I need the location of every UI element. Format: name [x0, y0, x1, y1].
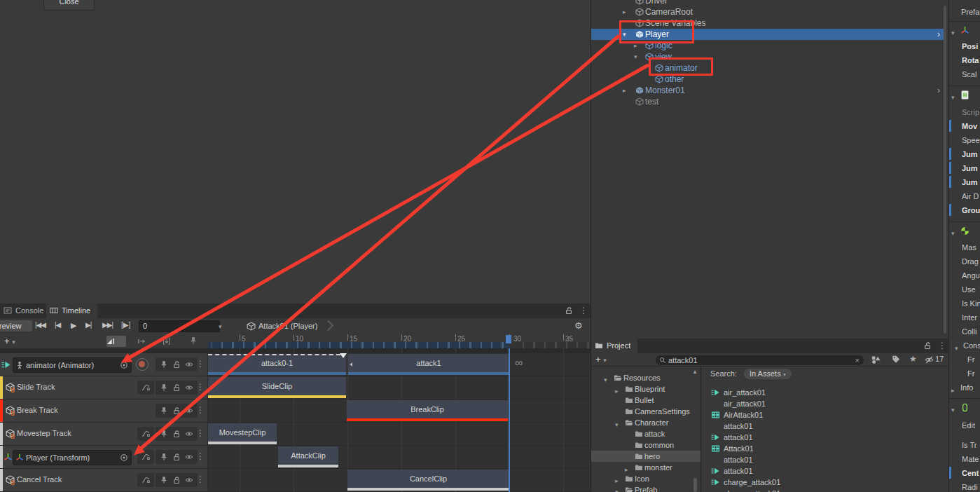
curves-icon[interactable] — [142, 430, 150, 438]
play-range-button[interactable]: [▶] — [121, 321, 130, 329]
foldout-icon[interactable]: ▾ — [951, 404, 955, 416]
clip-slide[interactable]: SlideClip — [208, 377, 346, 398]
folder-bullet[interactable]: Bullet — [591, 395, 701, 406]
search-by-label-icon[interactable] — [892, 355, 900, 364]
clip-movestep[interactable]: MovestepClip — [208, 423, 277, 444]
tree-scrollbar-thumb[interactable] — [693, 478, 697, 492]
clip-break[interactable]: BreakClip — [347, 400, 508, 421]
clip-cancel[interactable]: CancelClip — [347, 470, 509, 491]
track-menu-icon[interactable]: ⋮ — [196, 428, 205, 438]
pin-icon[interactable] — [160, 406, 168, 415]
preview-toggle-button[interactable]: Preview — [0, 320, 32, 332]
go-to-start-button[interactable]: |◀◀ — [35, 321, 46, 329]
result-item[interactable]: charge_attack01 — [703, 477, 948, 488]
result-item[interactable]: air_attack01 — [703, 398, 948, 409]
hierarchy-item-monster01[interactable]: ▸ Monster01 › — [591, 85, 944, 96]
add-track-button[interactable]: + ▾ — [4, 336, 15, 346]
folder-character[interactable]: ▾ Character — [591, 417, 701, 428]
result-item[interactable]: attack01 — [703, 432, 948, 443]
prefab-open-chevron-icon[interactable]: › — [937, 29, 940, 40]
result-item[interactable]: Attack01 — [703, 443, 948, 454]
go-to-end-button[interactable]: ▶▶| — [102, 321, 113, 329]
project-search-field[interactable]: × — [656, 355, 864, 365]
folder-hero[interactable]: hero — [591, 451, 701, 462]
curves-icon[interactable] — [142, 383, 150, 392]
lock-icon[interactable] — [172, 383, 181, 392]
unlock-icon[interactable] — [923, 341, 932, 350]
search-input[interactable] — [668, 355, 843, 365]
timeline-clips-area[interactable]: attack0-1 attack1 ∞ SlideClip BreakClip … — [208, 348, 591, 492]
info-foldout[interactable]: ▸Info — [949, 381, 980, 394]
clip-attack1[interactable]: attack1 — [348, 354, 509, 375]
track-menu-icon[interactable]: ⋮ — [196, 451, 205, 461]
lock-icon[interactable] — [172, 453, 181, 461]
capsule-collider-component-header[interactable]: ▾ — [949, 401, 980, 414]
folder-common[interactable]: common — [591, 439, 701, 451]
foldout-icon[interactable]: ▾ — [951, 27, 955, 39]
folder-prefab[interactable]: ▾ Prefab — [591, 484, 701, 492]
pin-icon[interactable] — [160, 360, 168, 369]
foldout-icon[interactable]: ▸ — [951, 384, 955, 397]
next-frame-button[interactable]: ▶| — [85, 321, 91, 329]
pin-icon[interactable] — [160, 453, 168, 461]
folder-attack[interactable]: attack — [591, 428, 701, 439]
record-button[interactable] — [136, 358, 149, 371]
close-button[interactable]: Close — [43, 0, 95, 11]
result-item[interactable]: air_attack01 — [703, 387, 948, 398]
pin-icon[interactable] — [160, 383, 168, 392]
hierarchy-item-other[interactable]: other — [591, 74, 944, 85]
track-animator[interactable]: animator (Animator) ⋮ — [0, 353, 207, 376]
frame-dropdown-icon[interactable]: ▾ — [219, 323, 222, 330]
playhead-handle[interactable] — [506, 335, 511, 343]
play-button[interactable]: ▶ — [71, 321, 76, 330]
unlock-icon[interactable] — [565, 306, 573, 315]
curves-icon[interactable] — [142, 476, 150, 484]
track-slide[interactable]: {} Slide Track ⋮ — [0, 376, 207, 399]
foldout-icon[interactable]: ▾ — [951, 227, 955, 240]
track-menu-icon[interactable]: ⋮ — [196, 382, 205, 392]
hierarchy-item-test[interactable]: test — [591, 96, 944, 107]
track-movestep[interactable]: {} Movestep Track ⋮ — [0, 423, 207, 445]
prefab-open-chevron-icon[interactable]: › — [937, 85, 940, 96]
folder-icon-dir[interactable]: ▸ Icon — [591, 473, 701, 484]
animator-binding-field[interactable]: animator (Animator) — [13, 357, 132, 373]
rigidbody-component-header[interactable]: ▾ — [949, 224, 980, 237]
clip-attack[interactable]: AttackClip — [278, 446, 338, 467]
track-cancel[interactable]: {} Cancel Track ⋮ — [0, 469, 207, 491]
expand-arrow-icon[interactable]: ▸ — [623, 6, 626, 18]
player-binding-field[interactable]: Player (Transform) — [13, 450, 132, 465]
previous-frame-button[interactable]: |◀ — [55, 321, 60, 329]
pin-icon[interactable] — [160, 476, 168, 484]
result-item[interactable]: attack01 — [703, 421, 948, 432]
search-by-type-icon[interactable] — [871, 355, 881, 364]
folder-resources[interactable]: ▾ Resources — [591, 372, 701, 383]
expand-arrow-icon[interactable]: ▸ — [623, 85, 626, 96]
mute-eye-icon[interactable] — [185, 453, 193, 461]
tree-scroll-up-icon[interactable]: ▲ — [692, 369, 698, 375]
tab-project[interactable]: Project — [591, 339, 637, 353]
result-item[interactable]: attack01 — [703, 465, 948, 477]
foldout-icon[interactable]: ▾ — [951, 91, 955, 104]
folder-camerasettings[interactable]: CameraSettings — [591, 406, 701, 417]
script-component-header[interactable]: ▾ — [949, 88, 980, 101]
hidden-packages-eye-slash-icon[interactable] — [925, 355, 934, 364]
object-picker-target-icon[interactable] — [120, 453, 128, 462]
lock-icon[interactable] — [172, 360, 181, 369]
track-menu-icon[interactable]: ⋮ — [196, 359, 205, 369]
mute-eye-icon[interactable] — [185, 430, 193, 438]
pin-markers-icon[interactable] — [189, 336, 198, 345]
result-item[interactable]: attack01 — [703, 454, 948, 465]
mute-eye-icon[interactable] — [185, 383, 193, 392]
mute-eye-icon[interactable] — [185, 360, 193, 369]
curves-icon[interactable] — [142, 453, 150, 461]
result-item[interactable]: charge_attack01 — [703, 488, 948, 492]
timeline-settings-gear-icon[interactable]: ⚙ — [574, 320, 583, 331]
hierarchy-item-view[interactable]: ▾ view — [591, 51, 944, 62]
folder-monster[interactable]: ▸ monster — [591, 462, 701, 473]
search-scope-dropdown[interactable]: In Assets ▾ — [744, 369, 792, 379]
lock-icon[interactable] — [172, 430, 181, 438]
clear-search-icon[interactable]: × — [855, 355, 860, 365]
expand-arrow-icon[interactable]: ▾ — [634, 51, 637, 62]
folder-blueprint[interactable]: ▸ Blueprint — [591, 383, 701, 395]
mute-eye-icon[interactable] — [185, 476, 193, 484]
